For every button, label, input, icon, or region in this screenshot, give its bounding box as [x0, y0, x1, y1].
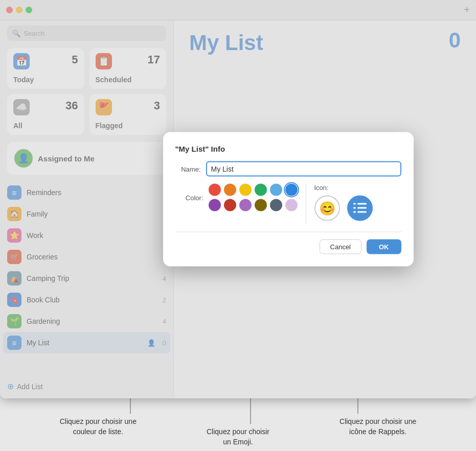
svg-rect-5 [357, 211, 367, 213]
color-row-1 [209, 184, 298, 196]
color-yellow[interactable] [239, 184, 252, 196]
color-light-pink[interactable] [285, 199, 298, 211]
icon-section: Icon: 😊 [314, 184, 401, 221]
color-orange[interactable] [224, 184, 236, 196]
color-blue[interactable] [285, 184, 298, 196]
color-brown[interactable] [255, 199, 267, 211]
color-label: Color: [175, 194, 203, 201]
svg-rect-4 [353, 211, 356, 213]
dialog-buttons: Cancel OK [175, 240, 401, 254]
color-light-purple[interactable] [239, 199, 252, 211]
color-dark-red[interactable] [224, 199, 236, 211]
color-light-blue[interactable] [270, 184, 282, 196]
svg-rect-3 [357, 207, 367, 209]
dialog-title: "My List" Info [175, 145, 401, 153]
color-row-2 [209, 199, 298, 211]
ok-button[interactable]: OK [367, 240, 401, 254]
emoji-icon-button[interactable]: 😊 [314, 196, 340, 221]
dialog-name-row: Name: [175, 161, 401, 177]
app-window: + 🔍 Search 📅 5 Today 📋 17 Scheduled ☁️ 3… [0, 0, 476, 398]
color-dark-gray[interactable] [270, 199, 282, 211]
list-icon-button[interactable] [347, 196, 373, 221]
dialog-name-input[interactable] [206, 161, 401, 177]
annotation-icon: Cliquez pour choisir une icône de Rappel… [337, 417, 419, 447]
annotation-emoji: Cliquez pour choisir un Emoji. [202, 427, 274, 447]
color-purple[interactable] [209, 199, 221, 211]
dialog-divider [175, 232, 401, 232]
color-section: Color: [175, 184, 298, 216]
annotations-area: Cliquez pour choisir une couleur de list… [0, 398, 476, 451]
dialog: "My List" Info Name: Color: [163, 132, 414, 267]
svg-rect-0 [353, 203, 356, 205]
annotation-color: Cliquez pour choisir une couleur de list… [57, 417, 139, 447]
color-green[interactable] [255, 184, 267, 196]
icon-label: Icon: [314, 184, 329, 192]
cancel-button[interactable]: Cancel [320, 240, 361, 254]
color-red[interactable] [209, 184, 221, 196]
color-icon-divider [306, 184, 306, 225]
svg-rect-2 [353, 207, 356, 209]
dialog-name-label: Name: [175, 165, 201, 173]
svg-rect-1 [357, 203, 367, 205]
